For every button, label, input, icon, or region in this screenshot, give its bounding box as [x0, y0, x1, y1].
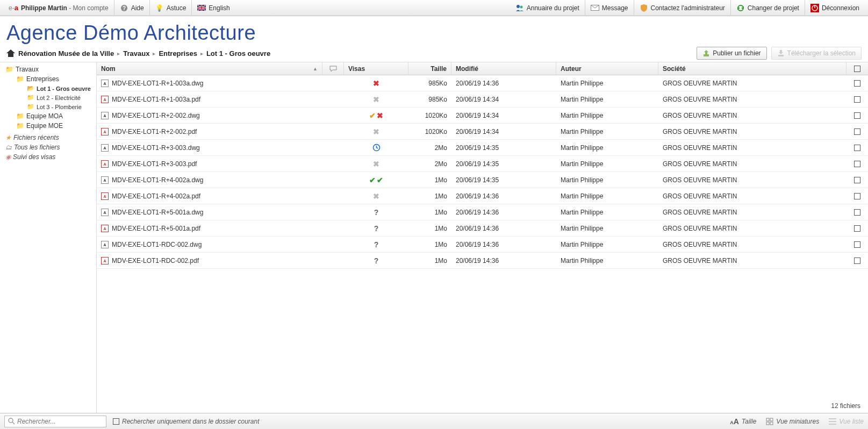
svg-point-3 [517, 5, 520, 8]
table-row[interactable]: AMDV-EXE-LOT1-R+4-002a.dwg✔✔1Mo20/06/19 … [97, 172, 868, 188]
column-company[interactable]: Société [658, 62, 847, 75]
account-menu[interactable]: e-a Philippe Martin - Mon compte [3, 0, 114, 16]
svg-rect-9 [704, 54, 709, 56]
home-icon[interactable] [6, 49, 15, 57]
row-checkbox[interactable] [854, 145, 860, 151]
pdf-file-icon: A [101, 225, 109, 232]
company-cell: GROS OEUVRE MARTIN [658, 128, 847, 135]
sidebar-item-lot2[interactable]: 📁Lot 2 - Electricité [0, 93, 96, 102]
sidebar-item-allfiles[interactable]: 🗂Tous les fichiers [0, 142, 96, 152]
modified-cell: 20/06/19 14:35 [451, 144, 556, 152]
row-checkbox[interactable] [854, 80, 860, 87]
size-cell: 2Mo [408, 144, 451, 152]
row-checkbox[interactable] [854, 128, 860, 135]
search-box[interactable] [4, 416, 106, 427]
text-size-button[interactable]: AA Taille [730, 417, 756, 426]
breadcrumb-item[interactable]: Entreprises [159, 49, 197, 58]
sidebar-item-entreprises[interactable]: 📁Entreprises [0, 74, 96, 84]
table-row[interactable]: AMDV-EXE-LOT1-RDC-002.pdf?1Mo20/06/19 14… [97, 253, 868, 269]
pdf-file-icon: A [101, 96, 109, 103]
table-row[interactable]: AMDV-EXE-LOT1-R+4-002a.pdf✖1Mo20/06/19 1… [97, 188, 868, 204]
column-comment[interactable] [322, 62, 344, 75]
company-cell: GROS OEUVRE MARTIN [658, 176, 847, 184]
author-cell: Martin Philippe [556, 128, 658, 135]
sidebar-item-visas[interactable]: ◉Suivi des visas [0, 152, 96, 162]
sidebar-item-moe[interactable]: 📁Equipe MOE [0, 121, 96, 131]
row-checkbox[interactable] [854, 209, 860, 216]
search-input[interactable] [17, 418, 103, 425]
table-row[interactable]: AMDV-EXE-LOT1-RDC-002.dwg?1Mo20/06/19 14… [97, 237, 868, 253]
user-name: Philippe Martin [21, 4, 67, 12]
sidebar-item-lot3[interactable]: 📁Lot 3 - Plomberie [0, 102, 96, 111]
search-current-folder-toggle[interactable]: Rechercher uniquement dans le dossier co… [113, 418, 259, 425]
modified-cell: 20/06/19 14:36 [451, 80, 556, 87]
pdf-file-icon: A [101, 257, 109, 264]
folder-open-icon: 📂 [27, 85, 34, 92]
publish-label: Publier un fichier [713, 49, 761, 57]
column-modified[interactable]: Modifié [451, 62, 556, 75]
file-list: Nom▲ Visas Taille Modifié Auteur Société… [97, 62, 868, 413]
language-label: English [209, 4, 229, 12]
row-checkbox[interactable] [854, 96, 860, 103]
row-checkbox[interactable] [854, 112, 860, 119]
folder-icon: 📁 [27, 94, 34, 101]
dwg-file-icon: A [101, 112, 109, 119]
sidebar-item-travaux[interactable]: 📁Travaux [0, 65, 96, 74]
table-row[interactable]: AMDV-EXE-LOT1-R+5-001a.dwg?1Mo20/06/19 1… [97, 204, 868, 220]
cross-icon: ✖ [377, 111, 383, 120]
row-checkbox[interactable] [854, 161, 860, 167]
svg-rect-10 [778, 55, 784, 56]
modified-cell: 20/06/19 14:36 [451, 209, 556, 216]
sidebar-item-lot1[interactable]: 📂Lot 1 - Gros oeuvre [0, 84, 96, 93]
row-checkbox[interactable] [854, 193, 860, 199]
sidebar-item-recent[interactable]: ★Fichiers récents [0, 133, 96, 142]
svg-text:A: A [103, 243, 106, 247]
row-checkbox[interactable] [854, 258, 860, 264]
language-button[interactable]: English [192, 0, 235, 16]
table-row[interactable]: AMDV-EXE-LOT1-R+1-003a.pdf✖985Ko20/06/19… [97, 91, 868, 108]
table-row[interactable]: AMDV-EXE-LOT1-R+3-003.pdf✖2Mo20/06/19 14… [97, 156, 868, 172]
contact-admin-button[interactable]: Contactez l'administrateur [634, 0, 731, 16]
svg-text:A: A [103, 82, 106, 85]
breadcrumb-item[interactable]: Lot 1 - Gros oeuvre [206, 49, 270, 58]
column-author[interactable]: Auteur [556, 62, 658, 75]
company-cell: GROS OEUVRE MARTIN [658, 225, 847, 232]
file-name: MDV-EXE-LOT1-R+3-003.pdf [112, 160, 197, 168]
publish-file-button[interactable]: Publier un fichier [697, 47, 766, 60]
download-label: Télécharger la sélection [787, 49, 856, 57]
directory-button[interactable]: Annuaire du projet [510, 0, 585, 16]
company-cell: GROS OEUVRE MARTIN [658, 160, 847, 168]
message-button[interactable]: Message [585, 0, 634, 16]
row-checkbox[interactable] [854, 177, 860, 183]
breadcrumb-item[interactable]: Travaux [123, 49, 149, 58]
svg-text:A: A [103, 259, 106, 263]
row-checkbox[interactable] [854, 241, 860, 248]
company-cell: GROS OEUVRE MARTIN [658, 209, 847, 216]
breadcrumb-item[interactable]: Rénovation Musée de la Ville [18, 49, 114, 58]
file-name: MDV-EXE-LOT1-R+2-002.dwg [112, 112, 200, 119]
table-row[interactable]: AMDV-EXE-LOT1-R+5-001a.pdf?1Mo20/06/19 1… [97, 220, 868, 237]
view-list-button[interactable]: Vue liste [829, 418, 864, 425]
file-name: MDV-EXE-LOT1-RDC-002.pdf [112, 257, 199, 264]
folder-icon: 📁 [16, 122, 24, 130]
help-button[interactable]: ? Aide [114, 0, 150, 16]
row-checkbox[interactable] [854, 225, 860, 232]
files-icon: 🗂 [5, 144, 12, 151]
column-size[interactable]: Taille [408, 62, 451, 75]
flag-uk-icon [197, 4, 206, 12]
table-row[interactable]: AMDV-EXE-LOT1-R+1-003a.dwg✖985Ko20/06/19… [97, 75, 868, 91]
column-visas[interactable]: Visas [344, 62, 408, 75]
lightbulb-icon: 💡 [155, 4, 164, 12]
column-select-all[interactable] [847, 62, 868, 75]
table-row[interactable]: AMDV-EXE-LOT1-R+3-003.dwg2Mo20/06/19 14:… [97, 140, 868, 156]
file-name: MDV-EXE-LOT1-R+4-002a.pdf [112, 192, 200, 200]
view-thumbnails-button[interactable]: Vue miniatures [766, 418, 819, 425]
table-row[interactable]: AMDV-EXE-LOT1-R+2-002.dwg✔✖1020Ko20/06/1… [97, 108, 868, 124]
column-name[interactable]: Nom▲ [97, 62, 322, 75]
sidebar-item-moa[interactable]: 📁Equipe MOA [0, 111, 96, 121]
question-icon: ? [374, 224, 379, 233]
table-row[interactable]: AMDV-EXE-LOT1-R+2-002.pdf✖1020Ko20/06/19… [97, 124, 868, 140]
change-project-button[interactable]: Changer de projet [731, 0, 805, 16]
tip-button[interactable]: 💡 Astuce [150, 0, 192, 16]
logout-button[interactable]: Déconnexion [805, 0, 865, 16]
